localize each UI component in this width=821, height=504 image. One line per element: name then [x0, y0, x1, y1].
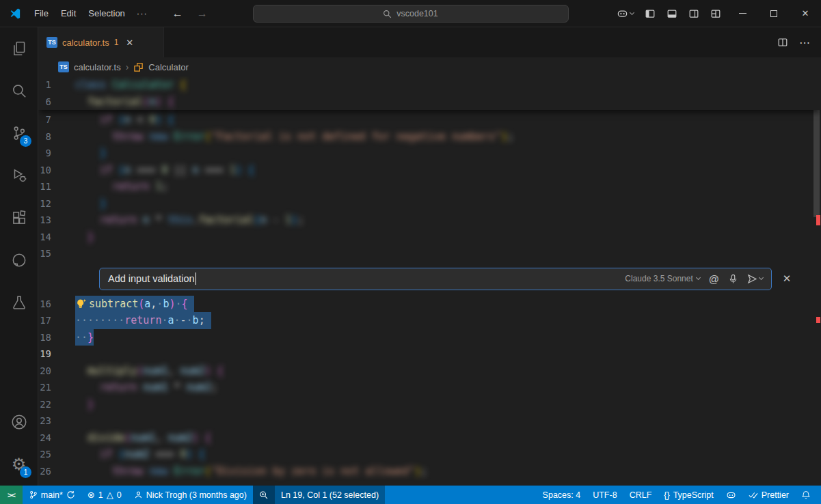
- command-center-search[interactable]: vscode101: [253, 5, 569, 23]
- menu-more[interactable]: ···: [131, 6, 153, 20]
- line-number: 1: [38, 76, 75, 94]
- minimize-button[interactable]: [727, 0, 758, 27]
- code-text[interactable]: }: [75, 396, 821, 413]
- close-button[interactable]: ✕: [790, 0, 821, 27]
- tab-calculator-ts[interactable]: TS calculator.ts 1 ✕: [38, 27, 164, 57]
- copilot-lightbulb-icon[interactable]: [75, 296, 89, 313]
- nav-back-icon[interactable]: ←: [172, 8, 183, 20]
- code-text[interactable]: [75, 346, 821, 363]
- code-text[interactable]: [75, 412, 821, 430]
- code-text[interactable]: throw new Error("Division by zero is not…: [75, 463, 821, 480]
- account-icon: [10, 413, 28, 431]
- breadcrumb: TS calculator.ts › Calculator: [38, 57, 821, 76]
- breadcrumb-symbol[interactable]: Calculator: [148, 62, 189, 72]
- cursor-position-status[interactable]: Ln 19, Col 1 (52 selected): [275, 486, 385, 504]
- code-text[interactable]: divide(num1, num2) {: [75, 430, 821, 447]
- copilot-status[interactable]: [720, 486, 742, 504]
- code-text[interactable]: }: [75, 229, 821, 246]
- inline-chat-close-icon[interactable]: ✕: [780, 272, 794, 285]
- line-number: 26: [38, 463, 75, 480]
- sidebar-item-github[interactable]: [0, 239, 38, 281]
- line-number: 11: [38, 178, 75, 195]
- problems-status[interactable]: ⊗ 1 △ 0: [81, 486, 128, 504]
- code-text[interactable]: return num1 * num2;: [75, 379, 821, 396]
- code-text[interactable]: multiply(num1, num2) {: [75, 363, 821, 380]
- inline-chat-value: Add input validation: [108, 273, 195, 284]
- remote-indicator[interactable]: ><: [0, 486, 23, 504]
- indentation-status[interactable]: Spaces: 4: [537, 486, 587, 504]
- title-bar: File Edit Selection ··· ← → vscode101: [0, 0, 821, 27]
- scrollbar-thumb[interactable]: [813, 102, 820, 217]
- sidebar-item-source-control[interactable]: 3: [0, 112, 38, 154]
- breadcrumb-file[interactable]: calculator.ts: [74, 62, 121, 72]
- code-text[interactable]: if (n < 0) {: [75, 111, 821, 128]
- attach-context-icon[interactable]: @: [709, 273, 719, 285]
- line-number: 16: [38, 296, 75, 313]
- sidebar-item-settings[interactable]: ⚙ 1: [0, 443, 38, 486]
- customize-layout-icon[interactable]: [705, 3, 727, 24]
- sidebar-item-search[interactable]: [0, 70, 38, 112]
- encoding-status[interactable]: UTF-8: [587, 486, 623, 504]
- zoom-status[interactable]: [253, 486, 275, 504]
- code-text[interactable]: throw new Error("Factorial is not define…: [75, 128, 821, 145]
- line-number: 19: [38, 346, 75, 363]
- code-text[interactable]: factorial(n) {: [75, 94, 821, 111]
- code-line: 23: [38, 412, 821, 430]
- sidebar-item-run-debug[interactable]: [0, 154, 38, 197]
- toggle-panel-icon[interactable]: [661, 3, 683, 24]
- sidebar-item-extensions[interactable]: [0, 197, 38, 239]
- code-text[interactable]: }: [75, 195, 821, 212]
- code-line: 18··}: [38, 329, 821, 346]
- split-editor-icon[interactable]: [777, 37, 788, 48]
- menu-selection[interactable]: Selection: [82, 6, 131, 20]
- nav-forward-icon[interactable]: →: [197, 8, 208, 20]
- branch-status[interactable]: main*: [23, 486, 81, 504]
- language-name: TypeScript: [673, 490, 714, 500]
- line-number: 24: [38, 430, 75, 447]
- notifications-status[interactable]: [795, 486, 817, 504]
- toggle-secondary-sidebar-icon[interactable]: [683, 3, 705, 24]
- code-text[interactable]: return n * this.factorial(n - 1);: [75, 212, 821, 229]
- code-editor[interactable]: 1class Calculator {6 factorial(n) { 7 if…: [38, 76, 821, 486]
- line-number: 8: [38, 128, 75, 145]
- send-button[interactable]: [747, 274, 763, 284]
- code-text[interactable]: ··}: [75, 329, 821, 346]
- line-number: 22: [38, 396, 75, 413]
- line-number: 13: [38, 212, 75, 229]
- menu-file[interactable]: File: [28, 6, 55, 20]
- copilot-menu-button[interactable]: [611, 3, 639, 24]
- sticky-scroll: 1class Calculator {6 factorial(n) {: [38, 76, 821, 110]
- copilot-icon: [726, 490, 736, 500]
- git-branch-icon: [29, 490, 38, 499]
- menu-edit[interactable]: Edit: [55, 6, 82, 20]
- mic-icon[interactable]: [728, 274, 738, 284]
- code-text[interactable]: ········return·a·-·b;: [75, 312, 821, 329]
- code-text[interactable]: class Calculator {: [75, 76, 821, 94]
- maximize-button[interactable]: [758, 0, 790, 27]
- sidebar-item-explorer[interactable]: [0, 27, 38, 70]
- code-text[interactable]: [75, 245, 821, 262]
- language-status[interactable]: {} TypeScript: [658, 486, 719, 504]
- code-text[interactable]: subtract(a,·b)·{: [75, 296, 821, 313]
- tab-close-icon[interactable]: ✕: [126, 38, 133, 48]
- sidebar-item-accounts[interactable]: [0, 401, 38, 443]
- code-text[interactable]: }: [75, 145, 821, 162]
- code-line: 6 factorial(n) {: [38, 94, 821, 111]
- toggle-primary-sidebar-icon[interactable]: [639, 3, 661, 24]
- sidebar-item-testing[interactable]: [0, 281, 38, 324]
- editor-more-actions-icon[interactable]: ⋯: [799, 36, 810, 49]
- code-text[interactable]: if (num2 === 0) {: [75, 446, 821, 463]
- inline-chat-input[interactable]: Add input validation Claude 3.5 Sonnet @: [99, 268, 772, 290]
- code-text[interactable]: if (n === 0 || n === 1) {: [75, 162, 821, 179]
- code-lines-above: 7 if (n < 0) {8 throw new Error("Factori…: [38, 111, 821, 262]
- sync-icon: [66, 490, 75, 499]
- model-picker[interactable]: Claude 3.5 Sonnet: [625, 274, 699, 283]
- copilot-icon: [617, 8, 628, 19]
- code-text[interactable]: return 1;: [75, 178, 821, 195]
- code-line: 12 }: [38, 195, 821, 212]
- settings-badge: 1: [20, 466, 31, 478]
- eol-status[interactable]: CRLF: [623, 486, 658, 504]
- formatter-status[interactable]: Prettier: [742, 486, 795, 504]
- code-line: 1class Calculator {: [38, 76, 821, 94]
- git-blame-status[interactable]: Nick Trogh (3 months ago): [128, 486, 253, 504]
